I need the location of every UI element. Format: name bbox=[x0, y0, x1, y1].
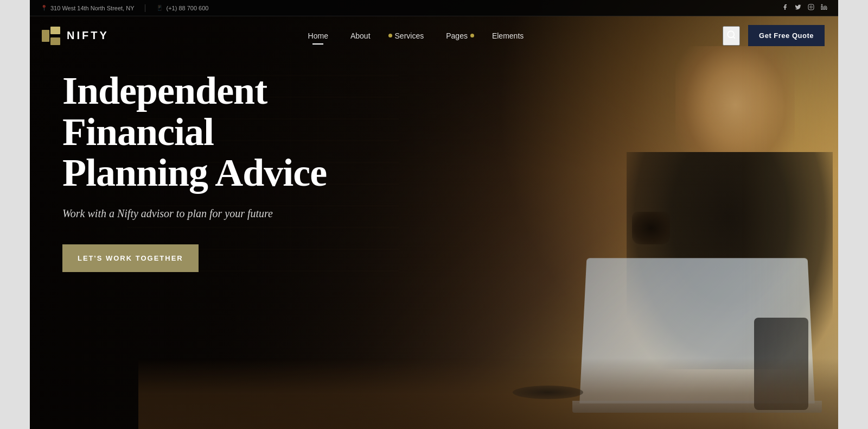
logo-text: NIFTY bbox=[67, 29, 109, 42]
nav-home[interactable]: Home bbox=[298, 27, 338, 45]
svg-point-7 bbox=[727, 31, 734, 37]
hero-cta-button[interactable]: LET'S WORK TOGETHER bbox=[62, 244, 199, 272]
cup bbox=[632, 212, 670, 244]
phone-info: 📱 (+1) 88 700 600 bbox=[156, 5, 208, 11]
nav-pages[interactable]: Pages bbox=[436, 27, 480, 45]
table-surface bbox=[138, 358, 838, 429]
nav-services[interactable]: Services bbox=[383, 27, 434, 45]
plate bbox=[513, 386, 583, 399]
nav-about[interactable]: About bbox=[341, 27, 380, 45]
page-wrapper: 📍 310 West 14th North Street, NY 📱 (+1) … bbox=[0, 0, 868, 429]
hero-title: Independent Financial Planning Advice bbox=[62, 71, 327, 194]
svg-rect-4 bbox=[42, 30, 49, 42]
logo-icon bbox=[41, 26, 61, 46]
top-bar: 📍 310 West 14th North Street, NY 📱 (+1) … bbox=[30, 0, 838, 16]
svg-rect-5 bbox=[50, 27, 60, 34]
svg-rect-6 bbox=[50, 37, 60, 45]
hero-subtitle: Work with a Nifty advisor to plan for yo… bbox=[62, 207, 327, 220]
nav-right: Get Free Quote bbox=[723, 25, 825, 46]
hero-content: Independent Financial Planning Advice Wo… bbox=[62, 71, 327, 272]
address-info: 📍 310 West 14th North Street, NY bbox=[41, 5, 134, 11]
svg-line-8 bbox=[733, 36, 735, 38]
svg-point-3 bbox=[821, 4, 822, 5]
services-dot bbox=[388, 34, 392, 37]
nav-links: Home About Services Pages Elements bbox=[298, 27, 534, 45]
svg-rect-2 bbox=[821, 7, 822, 10]
logo[interactable]: NIFTY bbox=[41, 26, 109, 46]
main-content: 📍 310 West 14th North Street, NY 📱 (+1) … bbox=[30, 0, 838, 429]
search-button[interactable] bbox=[723, 26, 740, 46]
right-side-panel bbox=[838, 0, 868, 429]
social-links bbox=[782, 4, 827, 12]
nav-elements[interactable]: Elements bbox=[482, 27, 533, 45]
get-quote-button[interactable]: Get Free Quote bbox=[748, 25, 825, 46]
linkedin-icon[interactable] bbox=[821, 4, 827, 12]
facebook-icon[interactable] bbox=[782, 4, 788, 12]
svg-rect-0 bbox=[808, 4, 814, 10]
divider bbox=[145, 4, 145, 12]
phone-icon: 📱 bbox=[156, 5, 163, 11]
window-right bbox=[741, 0, 838, 429]
top-bar-left: 📍 310 West 14th North Street, NY 📱 (+1) … bbox=[41, 4, 208, 12]
phone-text: (+1) 88 700 600 bbox=[166, 5, 208, 11]
address-text: 310 West 14th North Street, NY bbox=[50, 5, 134, 11]
navbar: NIFTY Home About Services Pages Elements bbox=[30, 16, 838, 55]
left-side-panel bbox=[0, 0, 30, 429]
twitter-icon[interactable] bbox=[795, 4, 801, 12]
pages-dot bbox=[470, 34, 474, 37]
instagram-icon[interactable] bbox=[808, 4, 814, 12]
location-icon: 📍 bbox=[41, 5, 47, 11]
